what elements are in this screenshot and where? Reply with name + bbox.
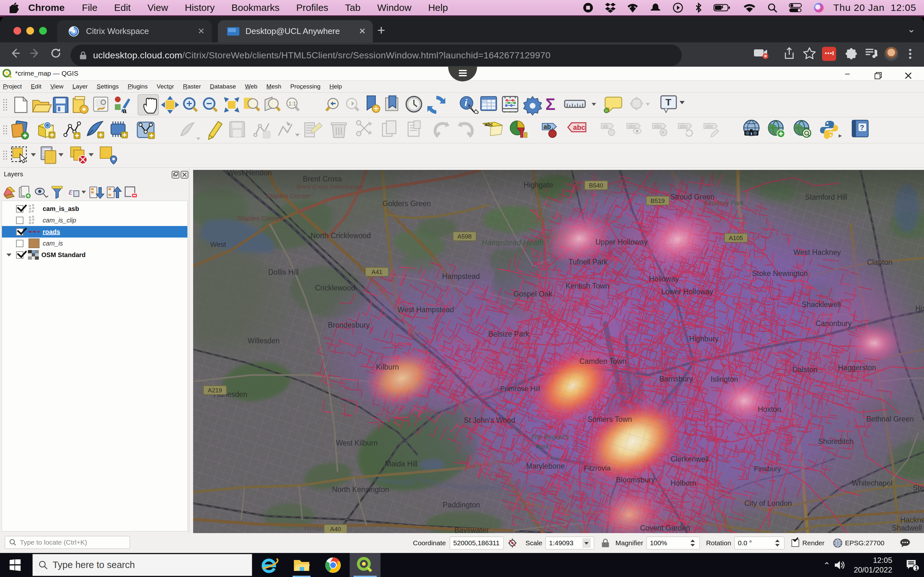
svg-text:1:1: 1:1 — [288, 101, 296, 107]
svg-text:abc: abc — [485, 121, 493, 127]
svg-text:abc: abc — [573, 123, 585, 131]
svg-text:abc: abc — [654, 123, 662, 129]
svg-text:ab: ab — [543, 123, 551, 130]
svg-text:abc: abc — [628, 123, 636, 129]
svg-text:1: 1 — [915, 565, 918, 572]
svg-text:a: a — [123, 107, 127, 115]
svg-text:ab: ab — [603, 123, 608, 129]
svg-text:ε: ε — [69, 186, 73, 197]
svg-text:T: T — [666, 97, 671, 107]
svg-text:i: i — [465, 97, 467, 108]
svg-text:abc: abc — [705, 123, 714, 129]
svg-text:?: ? — [860, 123, 864, 131]
svg-text:Σ: Σ — [545, 95, 556, 113]
svg-text:abc: abc — [680, 123, 688, 129]
